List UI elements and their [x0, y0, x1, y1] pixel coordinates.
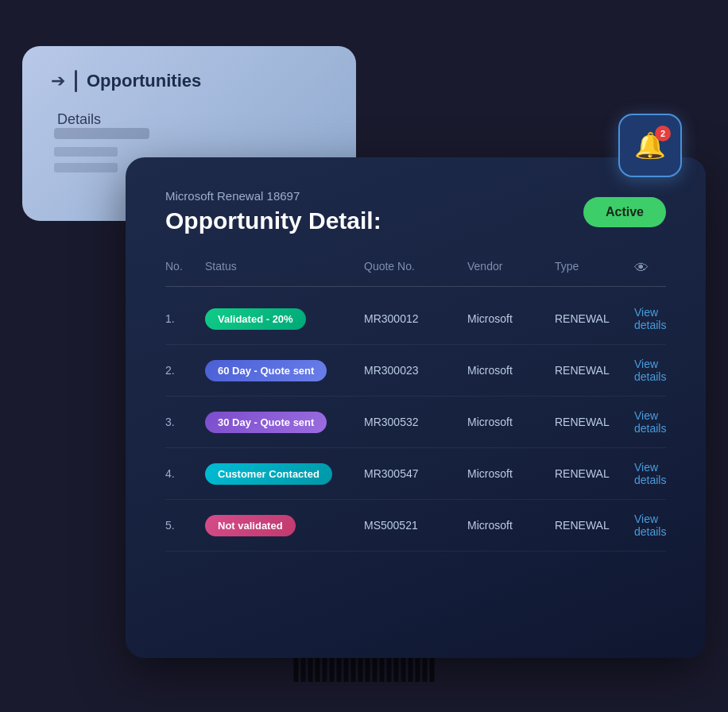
row-type: RENEWAL [555, 416, 634, 428]
table-row: 1. Validated - 20% MR300012 Microsoft RE… [165, 293, 666, 345]
notification-button[interactable]: 🔔 2 [618, 114, 682, 177]
status-badge-2: 60 Day - Quote sent [205, 360, 327, 381]
col-quote-no: Quote No. [364, 260, 467, 277]
row-quote-no: MR300012 [364, 312, 467, 325]
eye-icon: 👁 [634, 260, 649, 277]
table-row: 2. 60 Day - Quote sent MR300023 Microsof… [165, 345, 666, 397]
row-vendor: Microsoft [467, 312, 555, 325]
card-title-group: Microsoft Renewal 18697 Opportunity Deta… [165, 189, 381, 234]
row-status: 60 Day - Quote sent [205, 360, 364, 381]
opportunities-table: No. Status Quote No. Vendor Type 👁 1. Va… [165, 260, 666, 551]
bell-icon: 🔔 2 [634, 130, 666, 161]
row-type: RENEWAL [555, 364, 634, 377]
row-num: 1. [165, 312, 205, 325]
view-details-link[interactable]: View details [634, 461, 666, 486]
table-row: 5. Not validated MS500521 Microsoft RENE… [165, 500, 666, 551]
view-details-link[interactable]: View details [634, 513, 666, 538]
view-details-link[interactable]: View details [634, 306, 666, 331]
view-details-link[interactable]: View details [634, 358, 666, 383]
col-view: 👁 [634, 260, 666, 277]
row-vendor: Microsoft [467, 364, 555, 377]
row-vendor: Microsoft [467, 467, 555, 480]
card-title: Opportunity Detail: [165, 207, 381, 234]
status-badge-3: 30 Day - Quote sent [205, 412, 327, 433]
row-status: Customer Contacted [205, 463, 364, 485]
card-subtitle: Microsoft Renewal 18697 [165, 189, 381, 203]
row-type: RENEWAL [555, 467, 634, 480]
row-quote-no: MR300023 [364, 364, 467, 377]
status-badge-1: Validated - 20% [205, 308, 306, 330]
col-type: Type [555, 260, 634, 277]
table-row: 3. 30 Day - Quote sent MR300532 Microsof… [165, 397, 666, 448]
row-num: 3. [165, 416, 205, 428]
notification-badge: 2 [655, 126, 671, 141]
nav-divider [75, 70, 77, 92]
view-details-link[interactable]: View details [634, 409, 666, 435]
status-badge-4: Customer Contacted [205, 463, 332, 485]
nav-header: ➔ Opportunities [51, 70, 327, 92]
row-quote-no: MR300547 [364, 467, 467, 480]
nav-subtitle: Details [54, 111, 327, 128]
card-header: Microsoft Renewal 18697 Opportunity Deta… [165, 189, 666, 234]
col-status: Status [205, 260, 364, 277]
col-vendor: Vendor [467, 260, 555, 277]
row-num: 5. [165, 519, 205, 532]
row-vendor: Microsoft [467, 416, 555, 428]
nav-arrow-icon: ➔ [51, 71, 65, 91]
main-detail-card: Microsoft Renewal 18697 Opportunity Deta… [126, 157, 706, 658]
scene: ➔ Opportunities Details 🔔 2 Microsoft Re… [22, 30, 706, 682]
row-status: Not validated [205, 515, 364, 536]
col-no: No. [165, 260, 205, 277]
row-num: 2. [165, 364, 205, 377]
row-status: Validated - 20% [205, 308, 364, 330]
status-badge-5: Not validated [205, 515, 296, 536]
table-body: 1. Validated - 20% MR300012 Microsoft RE… [165, 293, 666, 551]
nav-blurred-1 [54, 128, 149, 139]
nav-title: Opportunities [87, 71, 201, 91]
row-num: 4. [165, 467, 205, 480]
row-status: 30 Day - Quote sent [205, 412, 364, 433]
row-type: RENEWAL [555, 519, 634, 532]
row-quote-no: MS500521 [364, 519, 467, 532]
row-type: RENEWAL [555, 312, 634, 325]
row-quote-no: MR300532 [364, 416, 467, 428]
status-badge: Active [583, 197, 666, 227]
nav-blurred-3 [54, 163, 118, 172]
nav-blurred-2 [54, 147, 118, 157]
table-row: 4. Customer Contacted MR300547 Microsoft… [165, 448, 666, 500]
table-header: No. Status Quote No. Vendor Type 👁 [165, 260, 666, 287]
row-vendor: Microsoft [467, 519, 555, 532]
